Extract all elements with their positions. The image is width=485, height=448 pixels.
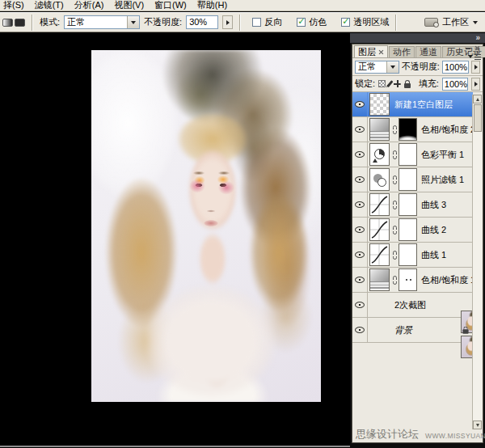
layer-thumbnail[interactable] (368, 93, 391, 116)
checker-thumb-icon (369, 93, 390, 116)
lock-transparency-icon[interactable] (378, 80, 386, 87)
layer-mask-thumbnail[interactable] (398, 268, 418, 291)
layer-mask-thumbnail[interactable] (398, 118, 418, 141)
scroll-up-icon[interactable] (473, 95, 482, 104)
panel-menu-icon[interactable] (468, 53, 481, 61)
menu-item-3[interactable]: 视图(V) (114, 0, 144, 11)
layer-row[interactable]: 2次截图 (352, 293, 473, 318)
link-icon[interactable] (391, 201, 398, 209)
checkbox-2[interactable]: 透明区域 (341, 16, 389, 28)
layer-mask-thumbnail[interactable] (398, 218, 418, 241)
layer-mask-thumbnail[interactable] (398, 143, 418, 166)
visibility-toggle[interactable] (352, 167, 368, 192)
opacity-slider-icon[interactable] (222, 15, 233, 29)
eye-icon (355, 327, 365, 333)
layer-row[interactable]: 新建1空白图层 (352, 92, 473, 117)
opacity-label: 不透明度: (144, 16, 182, 28)
menu-item-1[interactable]: 滤镜(T) (35, 0, 64, 11)
tab-0[interactable]: 图层 (354, 45, 388, 57)
eye-icon (355, 226, 365, 233)
fill-label: 填充: (419, 78, 439, 90)
layer-thumbnail[interactable] (368, 319, 391, 341)
layer-row[interactable]: 照片滤镜 1 (352, 167, 473, 192)
visibility-toggle[interactable] (352, 92, 368, 116)
mode-select[interactable]: 正常 (64, 15, 140, 29)
panel-window-controls (466, 45, 480, 51)
layer-thumbnail[interactable] (368, 268, 391, 291)
layer-row[interactable]: 曲线 3 (352, 192, 473, 218)
link-icon[interactable] (391, 276, 398, 285)
visibility-toggle[interactable] (352, 318, 368, 342)
tab-2[interactable]: 通道 (415, 46, 441, 57)
menu-item-5[interactable]: 帮助(H) (197, 0, 227, 11)
layer-row[interactable]: 曲线 2 (352, 218, 473, 243)
layer-thumbnail[interactable] (368, 193, 391, 216)
opacity-input[interactable]: 30% (186, 15, 218, 29)
minimize-icon[interactable] (466, 48, 470, 49)
dock-collapse-bar[interactable]: » (350, 33, 485, 43)
link-icon[interactable] (391, 150, 398, 159)
eye-icon (355, 101, 365, 108)
menu-item-0[interactable]: 择(S) (3, 0, 24, 11)
visibility-toggle[interactable] (352, 117, 368, 142)
workspace-label: 工作区 (442, 16, 469, 28)
gradient-linear-icon[interactable] (2, 19, 13, 27)
layer-mask-thumbnail[interactable] (398, 193, 418, 216)
scroll-thumb[interactable] (474, 104, 482, 132)
panel-opacity-slider-icon[interactable] (471, 61, 480, 74)
unchecked-box-icon (252, 18, 261, 27)
layer-row[interactable]: 背景 (352, 318, 473, 343)
panel-opacity-input[interactable]: 100% (442, 61, 469, 74)
fill-input[interactable]: 100% (442, 78, 468, 91)
layer-row[interactable]: 曲线 1 (352, 243, 473, 268)
panel-opacity-label: 不透明度: (402, 61, 440, 73)
layer-mask-thumbnail[interactable] (398, 243, 418, 266)
layer-thumbnail[interactable] (368, 168, 391, 191)
lock-pixels-icon[interactable] (386, 80, 393, 87)
lock-position-icon[interactable] (394, 80, 400, 87)
checkbox-0[interactable]: 反向 (252, 16, 282, 28)
chevron-down-icon (468, 55, 473, 61)
visibility-toggle[interactable] (352, 268, 368, 292)
link-icon[interactable] (391, 226, 398, 235)
visibility-toggle[interactable] (352, 218, 368, 242)
photo-document[interactable] (91, 50, 321, 402)
lock-all-icon[interactable] (404, 83, 411, 88)
visibility-toggle[interactable] (352, 142, 368, 167)
workspace-button[interactable]: 工作区 (420, 15, 483, 29)
close-icon[interactable] (474, 45, 480, 51)
layer-name: 曲线 3 (418, 199, 473, 211)
layer-row[interactable]: 色相/饱和度 2 (352, 117, 473, 142)
link-icon[interactable] (391, 175, 398, 184)
link-icon[interactable] (391, 125, 398, 134)
panel-tabs: 图层动作通道历史记录 (352, 44, 483, 58)
checkbox-1[interactable]: 仿色 (297, 16, 327, 28)
layer-thumbnail[interactable] (368, 294, 391, 316)
fill-slider-icon[interactable] (471, 78, 480, 91)
layer-thumbnail[interactable] (368, 118, 391, 141)
layer-thumbnail[interactable] (368, 143, 391, 166)
visibility-toggle[interactable] (352, 243, 368, 267)
menu-item-2[interactable]: 分析(A) (74, 0, 104, 11)
panel-dock: » 图层动作通道历史记录 正常 (350, 33, 485, 448)
layer-thumbnail[interactable] (368, 243, 391, 266)
scrollbar[interactable] (472, 95, 482, 429)
layer-row[interactable]: 色相/饱和度 1 (352, 268, 473, 293)
document-canvas[interactable] (0, 33, 350, 448)
layer-thumbnail[interactable] (368, 218, 391, 241)
layer-row[interactable]: 色彩平衡 1 (352, 142, 473, 167)
link-icon[interactable] (391, 251, 398, 260)
visibility-toggle[interactable] (352, 192, 368, 217)
layer-mask-thumbnail[interactable] (398, 168, 418, 191)
tab-1[interactable]: 动作 (389, 46, 415, 57)
tab-close-icon[interactable] (378, 49, 384, 55)
menu-item-4[interactable]: 窗口(W) (154, 0, 187, 11)
visibility-toggle[interactable] (352, 293, 368, 317)
layer-list: 新建1空白图层色相/饱和度 2色彩平衡 1照片滤镜 1曲线 3曲线 2曲线 1色… (352, 92, 473, 343)
eye-icon (355, 126, 365, 133)
blend-mode-select[interactable]: 正常 (355, 61, 399, 74)
watermark-site-name: 思缘设计论坛 (356, 427, 419, 442)
gradient-radial-icon[interactable] (15, 19, 25, 27)
eye-icon (355, 151, 365, 158)
color-balance-thumb-icon (369, 143, 390, 166)
